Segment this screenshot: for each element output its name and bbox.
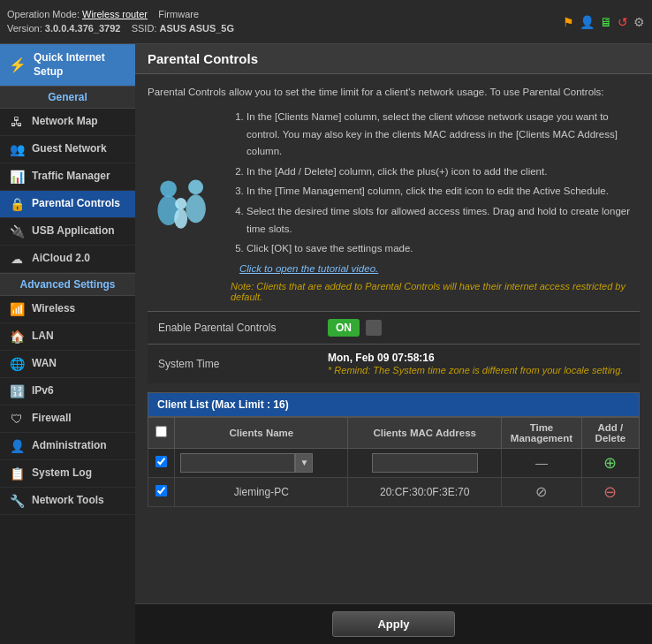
toggle-slider[interactable] xyxy=(366,320,382,336)
row2-checkbox[interactable] xyxy=(155,485,167,496)
guest-network-icon: 👥 xyxy=(9,142,25,156)
svg-point-5 xyxy=(174,208,187,229)
top-bar-icons: ⚑ 👤 🖥 ↺ ⚙ xyxy=(563,15,645,29)
tutorial-link-item: Click to open the tutorial video. xyxy=(239,263,640,274)
sidebar-item-guest-network[interactable]: 👥 Guest Network xyxy=(0,136,135,163)
family-svg xyxy=(150,172,216,239)
intro-text: Parental Controls allow you to set the t… xyxy=(148,85,640,100)
row2-mac-cell: 20:CF:30:0F:3E:70 xyxy=(348,477,502,506)
mode-value[interactable]: Wireless router xyxy=(82,9,148,19)
row1-mac-cell xyxy=(348,448,502,477)
firewall-icon: 🛡 xyxy=(9,412,25,426)
sidebar-item-label: WAN xyxy=(32,357,57,371)
aicloud-icon: ☁ xyxy=(9,252,25,266)
delete-client-button[interactable]: ⊖ xyxy=(603,483,617,501)
sidebar-item-ipv6[interactable]: 🔢 IPv6 xyxy=(0,378,135,405)
sidebar-item-firewall[interactable]: 🛡 Firewall xyxy=(0,405,135,433)
edit-schedule-button[interactable]: ⊘ xyxy=(535,484,547,499)
instructions-wrapper: In the [Clients Name] column, select the… xyxy=(231,109,640,301)
parental-icon-illustration xyxy=(148,109,218,301)
back-icon[interactable]: ↺ xyxy=(618,15,628,29)
system-time-row: System Time Mon, Feb 09 07:58:16 * Remin… xyxy=(148,344,640,383)
intro-section: In the [Clients Name] column, select the… xyxy=(148,109,640,301)
sidebar-item-traffic-manager[interactable]: 📊 Traffic Manager xyxy=(0,163,135,191)
sidebar-item-label: System Log xyxy=(32,466,92,481)
sidebar-item-wireless[interactable]: 📶 Wireless xyxy=(0,296,135,323)
row1-checkbox[interactable] xyxy=(155,456,167,467)
sidebar-item-network-tools[interactable]: 🔧 Network Tools xyxy=(0,488,135,515)
row1-time-cell: — xyxy=(502,448,582,477)
sidebar-item-parental-controls[interactable]: 🔒 Parental Controls xyxy=(0,191,135,218)
table-row: Jieming-PC 20:CF:30:0F:3E:70 ⊘ ⊖ xyxy=(148,477,640,506)
sidebar-item-label: Parental Controls xyxy=(32,197,120,211)
row1-name-cell: ▼ xyxy=(175,448,348,477)
quick-setup-label: Quick Internet Setup xyxy=(34,51,126,79)
instructions-list: In the [Clients Name] column, select the… xyxy=(231,109,640,257)
flag-icon[interactable]: ⚑ xyxy=(563,15,574,29)
monitor-icon[interactable]: 🖥 xyxy=(600,15,612,29)
sidebar-item-label: AiCloud 2.0 xyxy=(32,252,90,266)
add-client-button[interactable]: ⊕ xyxy=(603,454,617,472)
client-mac-input[interactable] xyxy=(372,453,478,473)
sidebar-item-lan[interactable]: 🏠 LAN xyxy=(0,323,135,351)
instruction-3: In the [Time Management] column, click t… xyxy=(246,183,640,201)
th-time-management: Time Management xyxy=(502,417,582,448)
sidebar-item-label: Guest Network xyxy=(32,142,107,156)
sidebar-item-system-log[interactable]: 📋 System Log xyxy=(0,460,135,488)
sidebar-item-label: IPv6 xyxy=(32,384,54,398)
sidebar-quick-setup[interactable]: ⚡ Quick Internet Setup xyxy=(0,44,135,86)
sidebar-item-administration[interactable]: 👤 Administration xyxy=(0,433,135,460)
enable-parental-label: Enable Parental Controls xyxy=(151,322,328,334)
dropdown-arrow-icon[interactable]: ▼ xyxy=(295,453,313,473)
user-icon[interactable]: 👤 xyxy=(580,15,595,29)
version-line: Version: 3.0.0.4.376_3792 SSID: ASUS ASU… xyxy=(7,22,234,35)
table-header-row: Clients Name Clients MAC Address Time Ma… xyxy=(148,417,640,448)
sidebar-item-label: Administration xyxy=(32,439,107,453)
client-name-input[interactable] xyxy=(180,453,295,473)
operation-mode-line: Operation Mode: Wireless router Firmware xyxy=(7,8,234,21)
sidebar-item-label: Traffic Manager xyxy=(32,170,110,184)
table-row: ▼ — ⊕ xyxy=(148,448,640,477)
row2-checkbox-cell xyxy=(148,477,175,506)
tutorial-link[interactable]: Click to open the tutorial video. xyxy=(239,263,640,274)
system-log-icon: 📋 xyxy=(9,466,25,481)
instruction-5: Click [OK] to save the settings made. xyxy=(246,240,640,258)
lan-icon: 🏠 xyxy=(9,330,25,344)
row1-add-cell: ⊕ xyxy=(581,448,639,477)
toggle-on-label[interactable]: ON xyxy=(328,319,360,337)
traffic-manager-icon: 📊 xyxy=(9,170,25,184)
sidebar-item-label: Wireless xyxy=(32,302,75,316)
sidebar-item-wan[interactable]: 🌐 WAN xyxy=(0,351,135,378)
system-time-value: Mon, Feb 09 07:58:16 xyxy=(328,352,435,364)
select-all-checkbox[interactable] xyxy=(155,426,167,437)
parental-controls-icon: 🔒 xyxy=(9,197,25,211)
general-section-label: General xyxy=(0,86,135,109)
gear-icon[interactable]: ⚙ xyxy=(633,15,645,29)
sidebar-item-aicloud[interactable]: ☁ AiCloud 2.0 xyxy=(0,246,135,273)
instruction-2: In the [Add / Delete] column, click the … xyxy=(246,163,640,181)
system-time-note: * Remind: The System time zone is differ… xyxy=(328,365,623,375)
sidebar-item-label: Firewall xyxy=(32,412,72,426)
time-dash: — xyxy=(535,456,548,470)
th-checkbox xyxy=(148,417,175,448)
row2-time-cell: ⊘ xyxy=(502,477,582,506)
sidebar-item-usb-application[interactable]: 🔌 USB Application xyxy=(0,218,135,246)
client-list-header: Client List (Max Limit : 16) xyxy=(148,392,640,417)
apply-button[interactable]: Apply xyxy=(332,611,454,637)
content-body: Parental Controls allow you to set the t… xyxy=(135,74,652,603)
sidebar-item-network-map[interactable]: 🖧 Network Map xyxy=(0,109,135,136)
enable-parental-value: ON xyxy=(328,319,636,337)
sidebar-item-label: LAN xyxy=(32,330,54,344)
system-time-value-wrapper: Mon, Feb 09 07:58:16 * Remind: The Syste… xyxy=(328,352,636,376)
svg-point-3 xyxy=(186,194,206,223)
ipv6-icon: 🔢 xyxy=(9,384,25,398)
usb-application-icon: 🔌 xyxy=(9,224,25,239)
system-time-label: System Time xyxy=(151,358,328,370)
page-title: Parental Controls xyxy=(135,44,652,74)
apply-bar: Apply xyxy=(135,603,652,644)
main-layout: ⚡ Quick Internet Setup General 🖧 Network… xyxy=(0,44,652,644)
sidebar-item-label: Network Tools xyxy=(32,494,104,508)
advanced-section-label: Advanced Settings xyxy=(0,273,135,296)
quick-setup-icon: ⚡ xyxy=(9,57,27,73)
th-clients-name: Clients Name xyxy=(175,417,348,448)
